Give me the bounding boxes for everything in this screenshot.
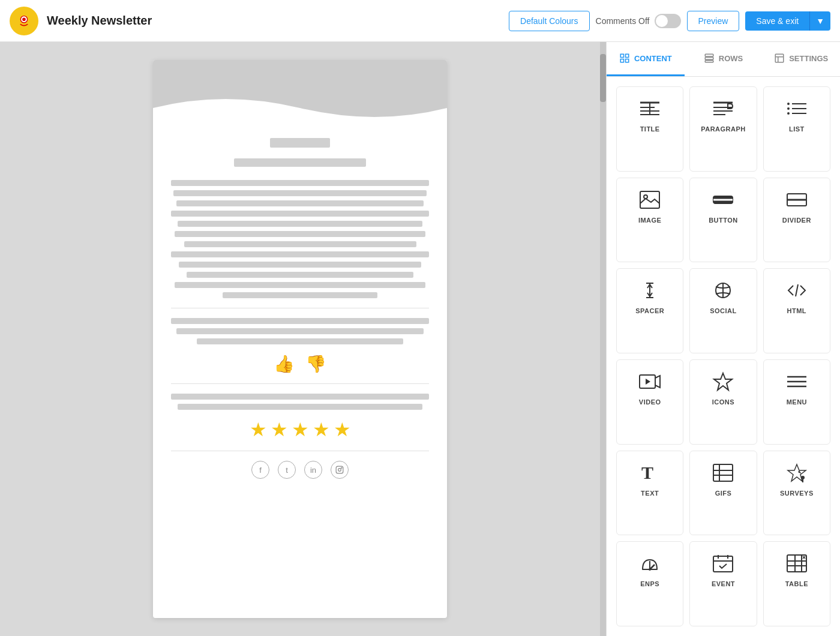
svg-rect-13: [775, 54, 784, 62]
video-label: VIDEO: [639, 398, 661, 406]
save-exit-group: Save & exit ▼: [745, 11, 830, 31]
email-body: 👍 👎 ★ ★ ★ ★ ★ f: [153, 126, 447, 506]
line-14: [176, 328, 424, 334]
icons-label: ICONS: [712, 398, 734, 406]
svg-rect-10: [705, 54, 713, 56]
content-item-spacer[interactable]: SPACER: [616, 268, 683, 353]
line-7: [184, 241, 416, 247]
svg-point-30: [787, 112, 790, 115]
svg-point-5: [341, 467, 342, 468]
surveys-label: SURVEYS: [780, 490, 814, 497]
content-item-list[interactable]: LIST: [763, 86, 830, 172]
instagram-icon[interactable]: [331, 461, 349, 479]
save-exit-button[interactable]: Save & exit: [745, 11, 809, 31]
social-label: SOCIAL: [710, 307, 737, 314]
content-item-html[interactable]: HTML: [763, 268, 830, 353]
content-item-divider[interactable]: DIVIDER: [763, 178, 830, 263]
divider-1: [171, 308, 429, 308]
content-grid: TITLE PARAGRAPH: [607, 77, 840, 636]
svg-rect-11: [705, 58, 713, 60]
svg-marker-45: [714, 373, 732, 390]
svg-point-4: [338, 469, 341, 472]
svg-point-2: [22, 17, 26, 21]
star-1[interactable]: ★: [250, 418, 267, 441]
tab-settings-label: SETTINGS: [789, 54, 828, 63]
scrollbar[interactable]: [600, 42, 606, 636]
button-label: BUTTON: [709, 217, 738, 224]
line-3: [176, 200, 424, 206]
menu-label: MENU: [787, 398, 807, 406]
content-item-paragraph[interactable]: PARAGRAPH: [689, 86, 757, 172]
star-2[interactable]: ★: [271, 418, 288, 441]
svg-rect-6: [620, 54, 623, 57]
paragraph-label: PARAGRAPH: [701, 125, 746, 133]
star-4[interactable]: ★: [313, 418, 330, 441]
scroll-thumb[interactable]: [600, 54, 606, 102]
title-label: TITLE: [640, 125, 660, 133]
tab-rows[interactable]: ROWS: [685, 42, 763, 76]
line-13: [171, 318, 429, 324]
svg-rect-7: [625, 54, 628, 57]
html-label: HTML: [787, 307, 807, 314]
content-item-title[interactable]: TITLE: [616, 86, 683, 172]
svg-marker-55: [798, 470, 802, 474]
thumbs-up-icon[interactable]: 👍: [274, 354, 295, 374]
svg-rect-9: [625, 59, 628, 62]
comments-toggle[interactable]: [655, 14, 681, 28]
svg-point-29: [787, 107, 790, 110]
content-item-menu[interactable]: MENU: [763, 359, 830, 445]
svg-rect-12: [705, 61, 713, 62]
thumbs-row: 👍 👎: [171, 354, 429, 374]
line-5: [178, 221, 423, 227]
line-17: [178, 404, 423, 410]
content-item-event[interactable]: EVENT: [689, 541, 757, 626]
topbar: Weekly Newsletter Default Colours Commen…: [0, 0, 840, 42]
tab-settings[interactable]: SETTINGS: [762, 42, 840, 76]
image-label: IMAGE: [638, 217, 662, 224]
spacer-label: SPACER: [635, 307, 664, 314]
linkedin-icon[interactable]: in: [304, 461, 322, 479]
twitter-icon[interactable]: t: [278, 461, 296, 479]
content-item-icons[interactable]: ICONS: [689, 359, 757, 445]
line-4: [171, 211, 429, 217]
default-colours-button[interactable]: Default Colours: [509, 11, 590, 31]
tab-content[interactable]: CONTENT: [607, 42, 685, 76]
content-item-button[interactable]: BUTTON: [689, 178, 757, 263]
line-11: [175, 282, 425, 288]
line-12: [223, 292, 377, 298]
save-exit-dropdown-button[interactable]: ▼: [809, 11, 830, 31]
canvas-area: 👍 👎 ★ ★ ★ ★ ★ f: [0, 42, 600, 636]
divider-label: DIVIDER: [782, 217, 811, 224]
panel-tabs: CONTENT ROWS SETTINGS: [607, 42, 840, 77]
toggle-knob: [656, 15, 668, 27]
email-header: [153, 60, 447, 126]
line-16: [171, 394, 429, 400]
content-item-enps[interactable]: ENPS: [616, 541, 683, 626]
svg-rect-31: [640, 191, 659, 208]
social-icons-row: f t in: [171, 461, 429, 479]
title-placeholder: [270, 138, 330, 148]
star-5[interactable]: ★: [334, 418, 351, 441]
content-item-text[interactable]: T TEXT: [616, 451, 683, 536]
content-item-video[interactable]: VIDEO: [616, 359, 683, 445]
content-item-gifs[interactable]: GIFS: [689, 451, 757, 536]
svg-text:T: T: [641, 463, 653, 482]
comments-label: Comments Off: [596, 16, 650, 26]
gifs-label: GIFS: [715, 490, 732, 497]
star-3[interactable]: ★: [292, 418, 309, 441]
content-item-table[interactable]: TABLE: [763, 541, 830, 626]
facebook-icon[interactable]: f: [251, 461, 269, 479]
line-9: [179, 262, 421, 268]
line-6: [175, 231, 425, 237]
topbar-actions: Default Colours Comments Off Preview Sav…: [509, 11, 830, 31]
svg-marker-44: [646, 379, 650, 385]
text-label: TEXT: [641, 490, 659, 497]
content-item-social[interactable]: SOCIAL: [689, 268, 757, 353]
svg-rect-62: [713, 556, 733, 572]
list-label: LIST: [789, 125, 805, 133]
content-item-image[interactable]: IMAGE: [616, 178, 683, 263]
tab-content-label: CONTENT: [634, 54, 672, 63]
preview-button[interactable]: Preview: [687, 11, 740, 31]
content-item-surveys[interactable]: SURVEYS: [763, 451, 830, 536]
thumbs-down-icon[interactable]: 👎: [305, 354, 326, 374]
